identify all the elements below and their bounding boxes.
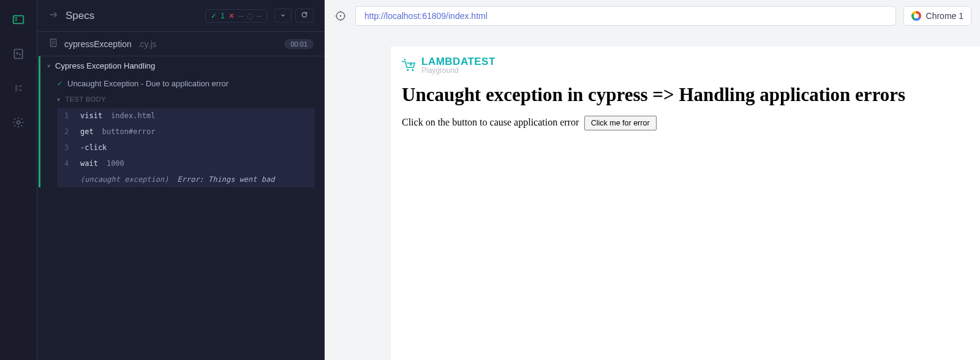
svg-rect-0 bbox=[13, 16, 24, 24]
debug-icon[interactable] bbox=[11, 81, 26, 96]
logo-sub: Playground bbox=[421, 67, 496, 74]
check-icon: ✓ bbox=[211, 12, 217, 20]
selector-playground-icon[interactable] bbox=[333, 9, 348, 23]
url-bar: Chrome 1 bbox=[325, 0, 980, 32]
command-arg: index.html bbox=[111, 111, 155, 120]
command-name: visit bbox=[80, 111, 102, 120]
command-log: 1visitindex.html2getbutton#error3-click4… bbox=[57, 108, 315, 187]
expand-icon[interactable] bbox=[48, 10, 58, 22]
nav-rail bbox=[0, 0, 37, 360]
command-row[interactable]: 4wait1000 bbox=[57, 156, 315, 171]
suite-row[interactable]: ▾ Cypress Exception Handling bbox=[39, 56, 325, 75]
command-number: 4 bbox=[64, 159, 72, 168]
command-number: 2 bbox=[64, 127, 72, 136]
browser-label: Chrome 1 bbox=[926, 11, 963, 21]
command-arg: 1000 bbox=[107, 159, 124, 168]
pending-icon: ◌ bbox=[247, 12, 253, 20]
svg-point-9 bbox=[412, 69, 413, 70]
spec-file-name: cypressException bbox=[64, 39, 132, 49]
specs-title: Specs bbox=[66, 10, 198, 22]
app-viewport: LAMBDATEST Playground Uncaught exception… bbox=[391, 47, 980, 360]
command-name: wait bbox=[80, 159, 98, 168]
spec-file-ext: .cy.js bbox=[138, 39, 157, 49]
app-under-test-panel: Chrome 1 LAMBDATEST Playground Uncaught … bbox=[325, 0, 980, 360]
uncaught-exception-row[interactable]: (uncaught exception)Error: Things went b… bbox=[57, 171, 315, 187]
svg-rect-3 bbox=[14, 50, 22, 59]
check-icon: ✓ bbox=[57, 80, 62, 88]
cart-icon bbox=[402, 58, 418, 73]
collapse-button[interactable] bbox=[274, 9, 292, 23]
reporter-panel: Specs ✓ 1 ✕ -- ◌ -- cypressException.cy.… bbox=[37, 0, 325, 360]
trigger-error-button[interactable]: Click me for error bbox=[584, 116, 657, 130]
command-name: get bbox=[80, 127, 94, 136]
specs-icon[interactable] bbox=[11, 47, 26, 61]
command-row[interactable]: 1visitindex.html bbox=[57, 108, 315, 124]
passed-count: 1 bbox=[221, 12, 225, 20]
status-bar bbox=[39, 56, 40, 187]
command-arg: button#error bbox=[102, 127, 156, 136]
svg-point-11 bbox=[402, 61, 403, 62]
command-row[interactable]: 3-click bbox=[57, 140, 315, 156]
test-runner-icon[interactable] bbox=[11, 12, 26, 27]
pending-count: -- bbox=[257, 12, 262, 20]
exception-label: (uncaught exception) bbox=[80, 175, 169, 184]
x-icon: ✕ bbox=[228, 12, 235, 20]
browser-selector[interactable]: Chrome 1 bbox=[903, 6, 971, 26]
test-body-header[interactable]: ▾ TEST BODY bbox=[39, 92, 325, 107]
spec-file-row[interactable]: cypressException.cy.js 00:01 bbox=[37, 31, 325, 56]
test-body-label: TEST BODY bbox=[66, 96, 107, 103]
run-stats: ✓ 1 ✕ -- ◌ -- bbox=[205, 9, 267, 23]
lambdatest-logo: LAMBDATEST Playground bbox=[402, 56, 969, 74]
command-name: -click bbox=[80, 143, 107, 152]
failed-count: -- bbox=[238, 12, 243, 20]
chevron-down-icon: ▾ bbox=[47, 62, 50, 69]
test-tree: ▾ Cypress Exception Handling ✓ Uncaught … bbox=[39, 56, 325, 187]
command-number: 1 bbox=[64, 111, 72, 120]
duration-badge: 00:01 bbox=[284, 39, 314, 49]
suite-name: Cypress Exception Handling bbox=[55, 61, 155, 70]
chevron-down-icon: ▾ bbox=[57, 96, 61, 103]
exception-message: Error: Things went bad bbox=[178, 175, 275, 184]
run-controls bbox=[274, 9, 314, 23]
chrome-icon bbox=[911, 11, 921, 21]
svg-rect-1 bbox=[15, 17, 18, 18]
settings-icon[interactable] bbox=[11, 115, 26, 130]
svg-point-7 bbox=[340, 15, 342, 17]
file-icon bbox=[48, 38, 58, 50]
svg-point-8 bbox=[407, 69, 409, 70]
test-name: Uncaught Exception - Due to application … bbox=[67, 79, 228, 88]
url-input[interactable] bbox=[355, 6, 896, 26]
test-row[interactable]: ✓ Uncaught Exception - Due to applicatio… bbox=[39, 75, 325, 92]
page-heading: Uncaught exception in cypress => Handlin… bbox=[402, 84, 969, 106]
logo-name: LAMBDATEST bbox=[421, 56, 496, 67]
command-number: 3 bbox=[64, 143, 72, 152]
page-subtext: Click on the button to cause application… bbox=[402, 117, 579, 127]
svg-rect-2 bbox=[15, 20, 18, 21]
svg-point-10 bbox=[404, 59, 405, 60]
page-paragraph: Click on the button to cause application… bbox=[402, 116, 969, 130]
specs-header: Specs ✓ 1 ✕ -- ◌ -- bbox=[37, 0, 325, 31]
svg-point-4 bbox=[17, 121, 20, 124]
restart-button[interactable] bbox=[295, 9, 314, 23]
command-row[interactable]: 2getbutton#error bbox=[57, 124, 315, 140]
